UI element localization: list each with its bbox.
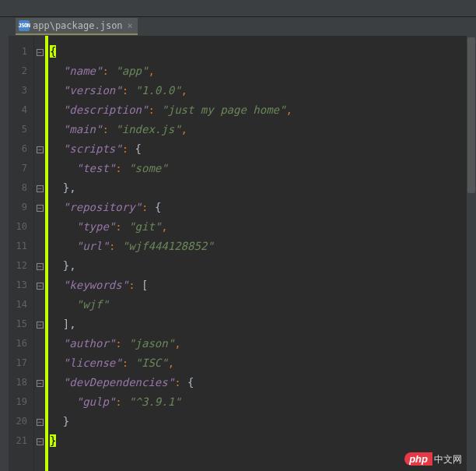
line-number: 13 (9, 276, 27, 295)
line-number: 7 (9, 159, 27, 178)
line-number: 10 (9, 217, 27, 237)
editor-area[interactable]: 1 2 3 4 5 6 7 8 9 10 11 12 13 14 15 16 1… (0, 36, 476, 471)
line-number-gutter: 1 2 3 4 5 6 7 8 9 10 11 12 13 14 15 16 1… (9, 36, 34, 471)
fold-toggle-icon[interactable]: − (34, 42, 45, 62)
code-line: "test": "some" (48, 159, 476, 178)
code-line: ], (48, 315, 476, 334)
code-line: "devDependencies": { (48, 373, 476, 392)
fold-toggle-icon[interactable]: − (34, 373, 45, 392)
code-line: "version": "1.0.0", (48, 81, 476, 100)
code-line: "scripts": { (48, 139, 476, 159)
fold-toggle-icon[interactable]: − (34, 139, 45, 159)
fold-end-icon[interactable]: − (34, 178, 45, 198)
code-line: } (48, 431, 476, 451)
line-number: 20 (9, 412, 27, 431)
fold-end-icon[interactable]: − (34, 431, 45, 451)
fold-end-icon[interactable]: − (34, 412, 45, 431)
line-number: 21 (9, 431, 27, 451)
file-tab[interactable]: JSON app\package.json × (16, 18, 138, 35)
watermark-text: 中文网 (434, 453, 462, 466)
code-line: "type": "git", (48, 217, 476, 237)
watermark: php 中文网 (404, 452, 462, 466)
line-number: 8 (9, 178, 27, 198)
code-line: { (48, 42, 476, 62)
line-number: 6 (9, 139, 27, 159)
json-file-icon: JSON (19, 20, 30, 31)
line-number: 18 (9, 373, 27, 392)
line-number: 12 (9, 256, 27, 276)
code-line: } (48, 412, 476, 431)
left-gutter-margin (0, 36, 9, 471)
code-line: "description": "just my page home", (48, 100, 476, 120)
line-number: 17 (9, 353, 27, 373)
code-line: "license": "ISC", (48, 353, 476, 373)
code-line: "main": "index.js", (48, 120, 476, 139)
vertical-scrollbar[interactable] (467, 36, 476, 471)
code-line: "author": "jason", (48, 334, 476, 353)
code-line: }, (48, 256, 476, 276)
line-number: 3 (9, 81, 27, 100)
line-number: 15 (9, 315, 27, 334)
scrollbar-thumb[interactable] (467, 37, 475, 193)
line-number: 14 (9, 295, 27, 315)
fold-toggle-icon[interactable]: − (34, 276, 45, 295)
line-number: 9 (9, 198, 27, 217)
fold-toggle-icon[interactable]: − (34, 198, 45, 217)
editor-tab-bar: JSON app\package.json × (0, 17, 476, 36)
code-line: "keywords": [ (48, 276, 476, 295)
line-number: 11 (9, 237, 27, 256)
tab-filename: app\package.json (33, 20, 123, 31)
line-number: 1 (9, 42, 27, 62)
code-line: "gulp": "^3.9.1" (48, 392, 476, 412)
code-content[interactable]: { "name": "app", "version": "1.0.0", "de… (48, 36, 476, 471)
fold-end-icon[interactable]: − (34, 256, 45, 276)
code-line: }, (48, 178, 476, 198)
code-line: "url": "wjf444128852" (48, 237, 476, 256)
line-number: 16 (9, 334, 27, 353)
code-line: "wjf" (48, 295, 476, 315)
code-line: "name": "app", (48, 62, 476, 81)
code-line: "repository": { (48, 198, 476, 217)
window-title-bar (0, 0, 476, 17)
line-number: 2 (9, 62, 27, 81)
fold-gutter: − − − − − − − − − − (34, 36, 45, 471)
line-number: 5 (9, 120, 27, 139)
line-number: 4 (9, 100, 27, 120)
watermark-badge: php (404, 452, 432, 466)
fold-end-icon[interactable]: − (34, 315, 45, 334)
line-number: 19 (9, 392, 27, 412)
close-icon[interactable]: × (128, 20, 133, 31)
